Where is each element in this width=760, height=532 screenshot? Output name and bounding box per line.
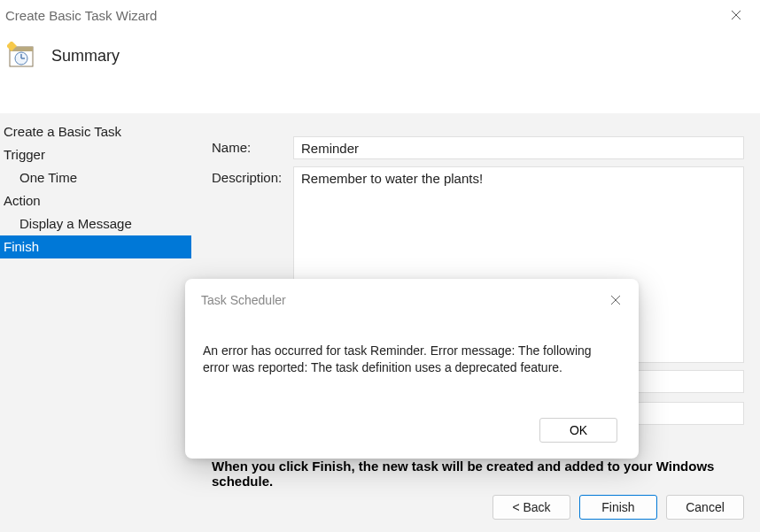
dialog-close-button[interactable]	[603, 288, 628, 312]
dialog-ok-button[interactable]: OK	[539, 418, 617, 443]
wizard-steps: Create a Basic Task Trigger One Time Act…	[0, 113, 191, 258]
step-one-time[interactable]: One Time	[0, 166, 191, 189]
description-label: Description:	[212, 166, 293, 185]
step-finish[interactable]: Finish	[0, 235, 191, 258]
step-display-message[interactable]: Display a Message	[0, 212, 191, 235]
close-icon	[731, 10, 741, 20]
name-input[interactable]	[293, 136, 744, 159]
close-icon	[610, 295, 621, 305]
page-title: Summary	[51, 47, 120, 66]
step-action[interactable]: Action	[0, 189, 191, 212]
finish-button[interactable]: Finish	[579, 495, 657, 520]
error-dialog: Task Scheduler An error has occurred for…	[185, 279, 639, 459]
wizard-icon	[7, 42, 35, 70]
finish-note: When you click Finish, the new task will…	[212, 459, 760, 489]
cancel-button[interactable]: Cancel	[666, 495, 744, 520]
dialog-title: Task Scheduler	[201, 293, 286, 307]
step-trigger[interactable]: Trigger	[0, 143, 191, 166]
step-create-basic-task[interactable]: Create a Basic Task	[0, 120, 191, 143]
window-close-button[interactable]	[716, 2, 756, 28]
back-button[interactable]: < Back	[492, 495, 570, 520]
dialog-message: An error has occurred for task Reminder.…	[203, 343, 621, 376]
window-title: Create Basic Task Wizard	[5, 8, 157, 23]
name-label: Name:	[212, 136, 293, 155]
